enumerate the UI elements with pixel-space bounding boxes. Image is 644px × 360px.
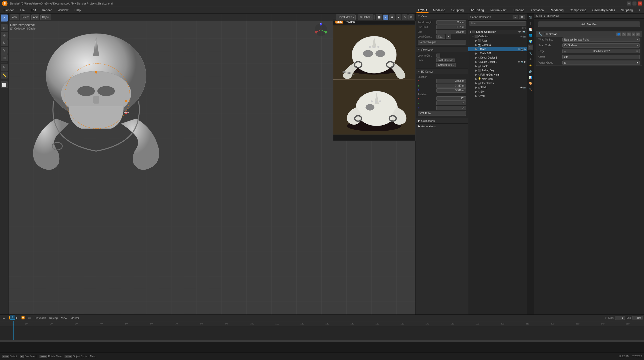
play-btn[interactable]: ▶ xyxy=(15,316,19,319)
clip-start-value[interactable]: 0.01 m xyxy=(436,25,466,29)
jump-start-btn[interactable]: ⏮ xyxy=(2,316,6,319)
annotations-section-header[interactable]: ▶ Annotations xyxy=(416,124,468,129)
menu-file[interactable]: File xyxy=(18,8,26,13)
outliner-item-axes[interactable]: ▶ ⬛ Axes xyxy=(468,39,527,43)
menu-edit[interactable]: Edit xyxy=(29,8,38,13)
view-menu[interactable]: View xyxy=(60,316,68,319)
render-region-button[interactable]: Render Region xyxy=(418,40,466,45)
outliner-item-enable[interactable]: ▶ △ Enable... xyxy=(468,64,527,68)
camera-to-view-btn[interactable]: Camera to V... xyxy=(436,63,456,67)
overlay-toggle[interactable]: ⊙ xyxy=(402,15,407,20)
tab-rendering[interactable]: Rendering xyxy=(548,8,565,13)
maximize-button[interactable]: □ xyxy=(632,2,636,6)
shrinkwrap-realtime-btn[interactable]: 🔵 xyxy=(616,33,621,36)
playback-menu[interactable]: Playback xyxy=(34,316,47,319)
outliner-filter-btn[interactable]: ☰ xyxy=(513,15,518,19)
menu-window[interactable]: Window xyxy=(56,8,70,13)
timeline-scroll-thumb[interactable] xyxy=(0,340,644,342)
target-clear-btn[interactable]: ✕ xyxy=(636,50,638,52)
cursor-section-header[interactable]: ▾ 3D Cursor xyxy=(416,69,468,74)
to-3d-cursor-btn[interactable]: To 3D Cursor xyxy=(436,58,455,62)
shrinkwrap-render-btn[interactable]: ◎ xyxy=(627,33,631,36)
cursor-z-value[interactable]: 3.929 m xyxy=(436,88,466,93)
target-value[interactable]: △ Death Dealer 2 ✕ xyxy=(562,49,640,53)
object-mode-selector[interactable]: Object Mode ▾ xyxy=(336,15,356,20)
object-props-icon[interactable]: ⬛ xyxy=(528,45,533,50)
tab-compositing[interactable]: Compositing xyxy=(568,8,588,13)
outliner-item-camera[interactable]: ▶ 📷 Camera xyxy=(468,43,527,47)
object-menu-button[interactable]: Object xyxy=(40,15,51,20)
constraints-icon[interactable]: 🔗 xyxy=(528,69,533,74)
circle-render[interactable]: 📷 xyxy=(521,48,523,51)
material-props-icon[interactable]: 🎨 xyxy=(528,81,533,86)
view-layer-icon[interactable]: 📑 xyxy=(528,27,533,32)
dd2-render-icon[interactable]: 📷 xyxy=(521,61,523,63)
rot-z-value[interactable]: 0° xyxy=(436,106,466,110)
tab-add[interactable]: + xyxy=(637,8,642,13)
data-props-icon[interactable]: 📊 xyxy=(528,75,533,80)
outliner-item-shield[interactable]: ▶ △ Shield 👁 📷 xyxy=(468,85,527,90)
global-orientation[interactable]: ⊞ Global ▾ xyxy=(358,15,373,20)
cursor-x-value[interactable]: 3.995 m xyxy=(436,79,466,83)
wrap-method-value[interactable]: Nearest Surface Point ▾ xyxy=(562,38,640,42)
timeline-playhead[interactable] xyxy=(13,321,14,342)
window-controls[interactable]: ─ □ ✕ xyxy=(627,2,642,6)
marker-menu[interactable]: Marker xyxy=(70,316,80,319)
render-icon[interactable]: 📷 xyxy=(523,35,526,38)
clip-end-value[interactable]: 1000 m xyxy=(436,30,466,34)
outliner-options-btn[interactable]: ⚙ xyxy=(519,15,525,19)
modifier-props-icon[interactable]: 🔧 xyxy=(528,51,533,56)
scale-tool[interactable]: ⤡ xyxy=(1,47,8,54)
focal-length-value[interactable]: 50 mm xyxy=(436,20,466,25)
rot-y-value[interactable]: 0° xyxy=(436,101,466,105)
xyz-euler-btn[interactable]: XYZ Euler xyxy=(418,111,466,116)
outliner-item-wall[interactable]: ▶ △ Wall xyxy=(468,94,527,98)
outliner-item-falling[interactable]: ▶ ⬛ Falling Day xyxy=(468,68,527,73)
next-frame-btn[interactable]: ⏩ xyxy=(20,316,26,319)
menu-blender[interactable]: Blender xyxy=(2,8,15,13)
add-menu-button[interactable]: Add xyxy=(31,15,39,20)
tab-layout[interactable]: Layout xyxy=(416,8,428,13)
physics-props-icon[interactable]: ⚡ xyxy=(528,63,533,68)
tab-sculpting[interactable]: Sculpting xyxy=(450,8,465,13)
tab-texture-paint[interactable]: Texture Paint xyxy=(488,8,509,13)
sh-render-icon[interactable]: 📷 xyxy=(523,86,526,89)
outliner-item-fallingguy[interactable]: ▶ △ Falling Guy Helm xyxy=(468,73,527,77)
sc-eye-icon[interactable]: 👁 xyxy=(518,31,521,33)
circle-settings[interactable]: ⚙ xyxy=(524,48,526,51)
keying-menu[interactable]: Keying xyxy=(48,316,59,319)
outliner-item[interactable]: ▾ ⬛ Collection 👁 📷 xyxy=(468,34,527,39)
shrinkwrap-edit-btn[interactable]: ✎ xyxy=(622,33,626,36)
lock-obj-checkbox[interactable] xyxy=(436,54,440,58)
outliner-item-dd1[interactable]: ▶ △ Death Dealer 1 xyxy=(468,56,527,60)
circle-eye[interactable]: 👁 xyxy=(518,48,520,51)
view-lock-header[interactable]: ▾ View Lock xyxy=(416,47,468,52)
view-section-header[interactable]: ▾ View xyxy=(416,14,468,19)
select-menu-button[interactable]: Select xyxy=(20,15,31,20)
shrinkwrap-delete-btn[interactable]: ✕ xyxy=(636,33,640,36)
start-frame-input[interactable]: 1 xyxy=(615,316,625,320)
add-modifier-button[interactable]: Add Modifier xyxy=(538,22,640,27)
offset-value[interactable]: 0 m xyxy=(562,55,640,59)
gizmo-toggle[interactable]: ⊞ xyxy=(408,15,414,20)
snap-mode-value[interactable]: On Surface ▾ xyxy=(562,43,640,48)
eye-icon[interactable]: 👁 xyxy=(520,35,523,38)
annotate-tool[interactable]: ✎ xyxy=(1,64,8,71)
tab-uv-editing[interactable]: UV Editing xyxy=(468,8,485,13)
world-props-icon[interactable]: 🌍 xyxy=(528,39,533,44)
material-shading[interactable]: ◕ xyxy=(389,15,395,20)
shrinkwrap-expand-btn[interactable]: ▾ xyxy=(632,33,635,36)
solid-shading[interactable]: ● xyxy=(383,15,388,20)
wireframe-shading[interactable]: ⬜ xyxy=(376,15,382,20)
add-cube-tool[interactable]: ⬜ xyxy=(1,81,8,88)
jump-end-btn[interactable]: ⏭ xyxy=(27,316,32,319)
dd2-settings-icon[interactable]: ⚙ xyxy=(524,61,526,63)
rendered-shading[interactable]: ● xyxy=(396,15,401,20)
local-camera-btn[interactable]: Ca... xyxy=(436,35,445,39)
cursor-y-value[interactable]: 3.387 m xyxy=(436,84,466,88)
outliner-search[interactable] xyxy=(469,21,526,26)
tab-animation[interactable]: Animation xyxy=(529,8,545,13)
dd2-vis-icon[interactable]: 👁 xyxy=(518,61,520,63)
transform-tool[interactable]: ⊞ xyxy=(1,54,8,61)
move-tool[interactable]: ✛ xyxy=(1,32,8,39)
